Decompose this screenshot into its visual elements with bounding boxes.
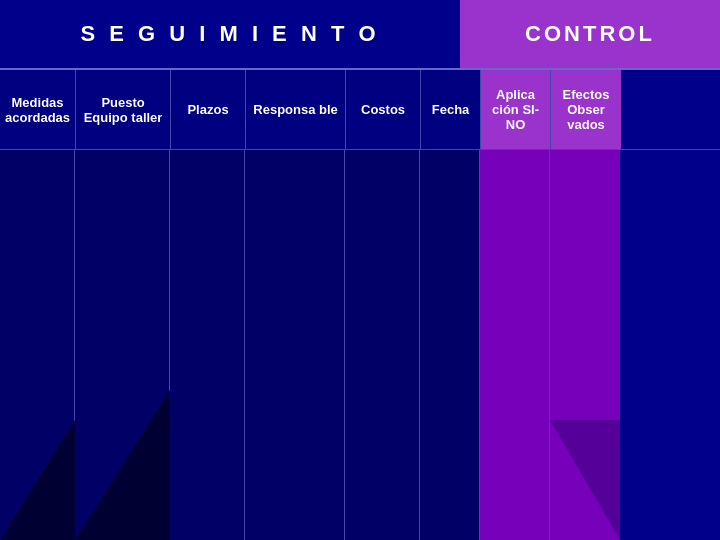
control-title: CONTROL — [525, 21, 655, 47]
body-col-medidas — [0, 150, 75, 540]
col-header-responsa: Responsa ble — [246, 70, 346, 149]
col-header-costos: Costos — [346, 70, 421, 149]
header-row: S E G U I M I E N T O CONTROL — [0, 0, 720, 70]
col-header-plazos: Plazos — [171, 70, 246, 149]
col-header-puesto: Puesto Equipo taller — [76, 70, 171, 149]
body-col-aplica — [480, 150, 550, 540]
col-header-medidas: Medidas acordadas — [0, 70, 76, 149]
body-col-puesto — [75, 150, 170, 540]
col-header-fecha: Fecha — [421, 70, 481, 149]
header-seguimiento: S E G U I M I E N T O — [0, 0, 460, 70]
seguimiento-title: S E G U I M I E N T O — [80, 21, 379, 47]
body-area — [0, 150, 720, 540]
body-col-efectos — [550, 150, 620, 540]
body-col-costos — [345, 150, 420, 540]
columns-row: Medidas acordadas Puesto Equipo taller P… — [0, 70, 720, 150]
header-control: CONTROL — [460, 0, 720, 70]
body-col-fecha — [420, 150, 480, 540]
col-header-aplica: Aplica ción SI-NO — [481, 70, 551, 149]
body-col-responsa — [245, 150, 345, 540]
body-col-plazos — [170, 150, 245, 540]
col-header-efectos: Efectos Obser vados — [551, 70, 621, 149]
